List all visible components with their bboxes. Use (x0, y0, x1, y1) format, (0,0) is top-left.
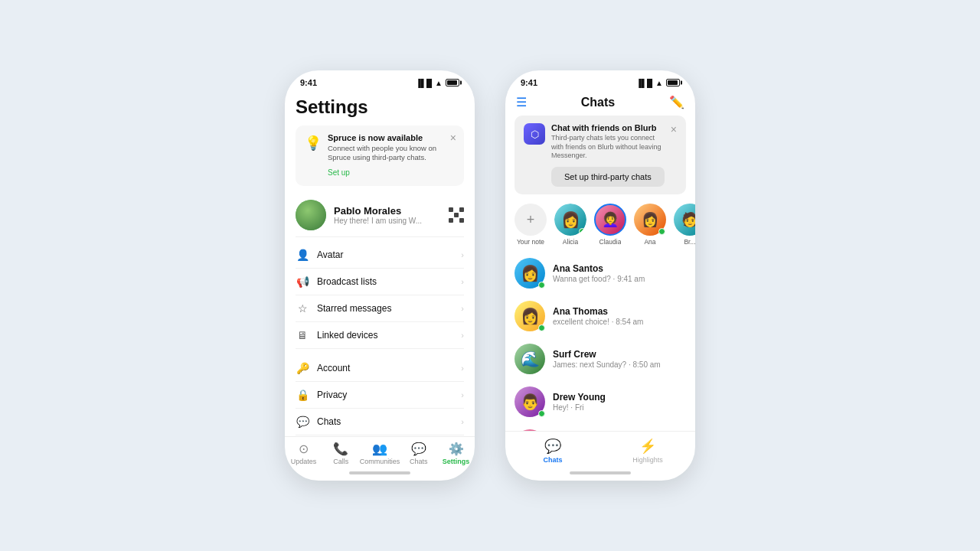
chats-tab-chats[interactable]: 💬 Chats (505, 438, 600, 464)
chats-page-title: Chats (581, 96, 615, 109)
menu-item-chats[interactable]: 💬 Chats › (296, 409, 464, 435)
story-claudia[interactable]: 👩‍🦱 Claudia (594, 204, 626, 246)
tab-communities[interactable]: 👥 Communities (360, 442, 400, 465)
blurb-banner-desc: Third-party chats lets you connect with … (551, 134, 665, 161)
chats-bottom-tab-label: Chats (543, 456, 562, 464)
notif-setup-link[interactable]: Set up (328, 168, 350, 177)
blurb-text-area: Chat with friends on Blurb Third-party c… (551, 123, 665, 187)
chats-header: ☰ Chats ✏️ (505, 90, 695, 116)
account-icon: 🔑 (296, 362, 309, 374)
starred-label: Starred messages (317, 303, 391, 314)
story-your-note[interactable]: + Your note (514, 204, 547, 246)
notif-bulb-icon: 💡 (305, 135, 322, 152)
chat-row-ana-thomas-1[interactable]: 👩 Ana Thomas excellent choice! · 8:54 am (505, 295, 695, 337)
surf-crew-preview: James: next Sunday? · 8:50 am (553, 360, 686, 369)
setup-third-party-button[interactable]: Set up third-party chats (551, 167, 665, 187)
menu-item-account[interactable]: 🔑 Account › (296, 355, 464, 382)
tab-calls[interactable]: 📞 Calls (322, 442, 360, 465)
ana-story-label: Ana (644, 238, 655, 246)
avatar-chevron: › (461, 250, 464, 259)
ana-santos-info: Ana Santos Wanna get food? · 9:41 am (553, 263, 686, 283)
chats-wifi-icon: ▲ (655, 79, 663, 87)
notif-close-button[interactable]: × (450, 132, 456, 144)
ana-santos-name: Ana Santos (553, 263, 686, 274)
chats-settings-label: Chats (317, 416, 341, 427)
drew-young-preview: Hey! · Fri (553, 403, 686, 412)
calls-tab-icon: 📞 (333, 442, 348, 456)
chats-bottom-tab-icon: 💬 (544, 438, 561, 455)
phones-container: 9:41 ▐▌█ ▲ Settings 💡 Spruce is now avai… (285, 70, 695, 481)
surf-crew-info: Surf Crew James: next Sunday? · 8:50 am (553, 349, 686, 369)
blurb-banner: ⬡ Chat with friends on Blurb Third-party… (514, 116, 686, 194)
tab-updates[interactable]: ⊙ Updates (285, 442, 322, 465)
account-label: Account (317, 363, 350, 373)
settings-status-icons: ▐▌█ ▲ (416, 79, 459, 87)
alicia-story-label: Alicia (563, 238, 578, 246)
chat-row-ana-santos[interactable]: 👩 Ana Santos Wanna get food? · 9:41 am (505, 252, 695, 295)
blurb-banner-title: Chat with friends on Blurb (551, 123, 665, 132)
story-br[interactable]: 🧑 Br... (674, 204, 695, 246)
profile-name: Pablo Morales (334, 205, 441, 217)
blurb-close-button[interactable]: × (671, 123, 677, 135)
avatar-label: Avatar (317, 249, 343, 260)
chats-home-indicator (570, 471, 631, 474)
profile-row[interactable]: Pablo Morales Hey there! I am using W... (296, 194, 464, 237)
chats-settings-icon: 💬 (296, 416, 309, 428)
menu-item-starred[interactable]: ☆ Starred messages › (296, 295, 464, 322)
account-chevron: › (461, 364, 464, 373)
tab-chats[interactable]: 💬 Chats (400, 442, 437, 465)
profile-avatar (296, 200, 326, 230)
claudia-story-label: Claudia (599, 238, 622, 246)
add-note-button: + (514, 204, 547, 236)
chats-phone: 9:41 ▐▌█ ▲ ☰ Chats ✏️ ⬡ Chat with friend… (505, 70, 695, 481)
chat-row-drew-young[interactable]: 👨 Drew Young Hey! · Fri (505, 380, 695, 423)
battery-icon (446, 79, 459, 86)
updates-tab-label: Updates (291, 458, 317, 465)
drew-young-info: Drew Young Hey! · Fri (553, 392, 686, 412)
br-story-avatar: 🧑 (674, 204, 695, 236)
stories-row: + Your note 👩 Alicia (505, 201, 695, 252)
tab-settings[interactable]: ⚙️ Settings (437, 442, 475, 465)
communities-tab-icon: 👥 (372, 442, 387, 456)
chat-list: 👩 Ana Santos Wanna get food? · 9:41 am 👩 (505, 252, 695, 431)
chats-tab-bar: 💬 Chats ⚡ Highlights (505, 431, 695, 471)
settings-tab-label: Settings (443, 458, 470, 465)
menu-item-broadcast[interactable]: 📢 Broadcast lists › (296, 269, 464, 295)
settings-status-bar: 9:41 ▐▌█ ▲ (285, 70, 475, 90)
chat-row-surf-crew[interactable]: 🌊 Surf Crew James: next Sunday? · 8:50 a… (505, 337, 695, 380)
signal-icon: ▐▌█ (416, 79, 432, 87)
notif-text-area: Spruce is now available Connect with peo… (328, 133, 455, 178)
compose-edit-icon[interactable]: ✏️ (669, 95, 684, 109)
calls-tab-label: Calls (333, 458, 348, 465)
highlights-tab-icon: ⚡ (639, 438, 656, 455)
ana-thomas-1-avatar: 👩 (514, 301, 545, 331)
settings-menu-group2: 🔑 Account › 🔒 Privacy › 💬 Chats (296, 355, 464, 435)
menu-hamburger-icon[interactable]: ☰ (516, 95, 527, 109)
menu-item-linked[interactable]: 🖥 Linked devices › (296, 322, 464, 349)
qr-icon[interactable] (449, 207, 464, 223)
settings-content: Settings 💡 Spruce is now available Conne… (285, 90, 475, 436)
chats-battery-icon (666, 79, 680, 86)
your-note-label: Your note (517, 238, 544, 246)
chats-status-icons: ▐▌█ ▲ (636, 79, 680, 87)
wifi-icon: ▲ (435, 79, 443, 87)
menu-item-privacy[interactable]: 🔒 Privacy › (296, 382, 464, 409)
broadcast-label: Broadcast lists (317, 276, 377, 287)
home-indicator (349, 471, 410, 474)
story-ana[interactable]: 👩 Ana (634, 204, 666, 246)
ana-story-online-dot (658, 228, 665, 235)
br-story-label: Br... (684, 238, 695, 246)
chats-content: ☰ Chats ✏️ ⬡ Chat with friends on Blurb … (505, 90, 695, 431)
chat-row-ana-thomas-2[interactable]: 👩 Ana Thomas Perfect! · Thu (505, 423, 695, 431)
privacy-label: Privacy (317, 390, 347, 400)
chats-tab-highlights[interactable]: ⚡ Highlights (600, 438, 695, 464)
story-alicia[interactable]: 👩 Alicia (554, 204, 586, 246)
alicia-avatar: 👩 (554, 204, 586, 236)
privacy-icon: 🔒 (296, 389, 309, 401)
claudia-avatar: 👩‍🦱 (594, 204, 626, 236)
linked-label: Linked devices (317, 330, 377, 341)
settings-tab-bar: ⊙ Updates 📞 Calls 👥 Communities 💬 (285, 436, 475, 471)
settings-phone: 9:41 ▐▌█ ▲ Settings 💡 Spruce is now avai… (285, 70, 475, 481)
linked-icon: 🖥 (296, 329, 309, 341)
menu-item-avatar[interactable]: 👤 Avatar › (296, 242, 464, 269)
